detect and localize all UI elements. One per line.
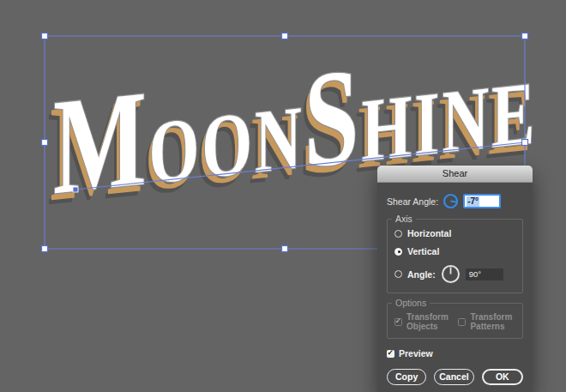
path-anchor-point[interactable] (73, 187, 78, 192)
selection-handle[interactable] (282, 246, 288, 252)
shear-angle-dial-icon[interactable] (443, 193, 459, 209)
dialog-titlebar[interactable]: Shear (377, 166, 533, 183)
axis-group: Axis Horizontal Vertical Angle: 90 (387, 219, 523, 293)
transform-objects-checkbox (394, 318, 402, 326)
shear-angle-label: Shear Angle: (387, 196, 438, 207)
radio-angle-label: Angle: (407, 269, 436, 280)
transform-objects-checkbox-row: Transform Objects (394, 312, 449, 331)
selection-handle[interactable] (522, 140, 528, 146)
selection-handle[interactable] (42, 33, 48, 39)
radio-vertical[interactable]: Vertical (394, 246, 515, 256)
radio-angle-icon[interactable] (394, 270, 402, 278)
transform-objects-label: Transform Objects (406, 312, 449, 331)
transform-patterns-label: Transform Patterns (470, 312, 515, 331)
transform-patterns-checkbox (458, 318, 466, 326)
radio-angle-row[interactable]: Angle: 90° (394, 264, 515, 284)
dialog-body: Shear Angle: -7° Axis Horizontal Vertica (377, 183, 533, 392)
radio-vertical-icon[interactable] (394, 248, 402, 256)
dialog-title: Shear (443, 168, 467, 178)
axis-group-label: Axis (392, 214, 416, 224)
options-group-label: Options (392, 298, 430, 308)
shear-angle-value: -7° (467, 196, 479, 207)
selection-handle[interactable] (42, 246, 48, 252)
shear-angle-row: Shear Angle: -7° (387, 193, 523, 209)
angle-dial-icon[interactable] (441, 264, 461, 284)
preview-checkbox-row[interactable]: Preview (387, 348, 523, 359)
angle-value-input[interactable]: 90° (466, 268, 503, 280)
shear-dialog: Shear Shear Angle: -7° Axis Horizontal (377, 166, 533, 392)
radio-horizontal-label: Horizontal (407, 228, 451, 238)
preview-label: Preview (399, 348, 433, 359)
cancel-button[interactable]: Cancel (434, 369, 473, 385)
selection-handle[interactable] (522, 33, 528, 39)
ok-button[interactable]: OK (482, 369, 523, 385)
selection-handle[interactable] (42, 140, 48, 146)
copy-button[interactable]: Copy (387, 369, 426, 385)
preview-checkbox[interactable] (387, 350, 394, 358)
transform-patterns-checkbox-row: Transform Patterns (458, 312, 515, 331)
options-group: Options Transform Objects Transform Patt… (387, 303, 523, 339)
illustrator-canvas: MOONSHINE MOONSHINE MOONSHINE Shear (0, 0, 566, 392)
selection-handle[interactable] (282, 33, 288, 39)
dialog-buttons: Copy Cancel OK (387, 369, 523, 385)
shear-angle-input[interactable]: -7° (463, 194, 501, 208)
radio-horizontal[interactable]: Horizontal (394, 228, 515, 238)
radio-vertical-label: Vertical (407, 246, 439, 256)
radio-horizontal-icon[interactable] (394, 230, 402, 238)
